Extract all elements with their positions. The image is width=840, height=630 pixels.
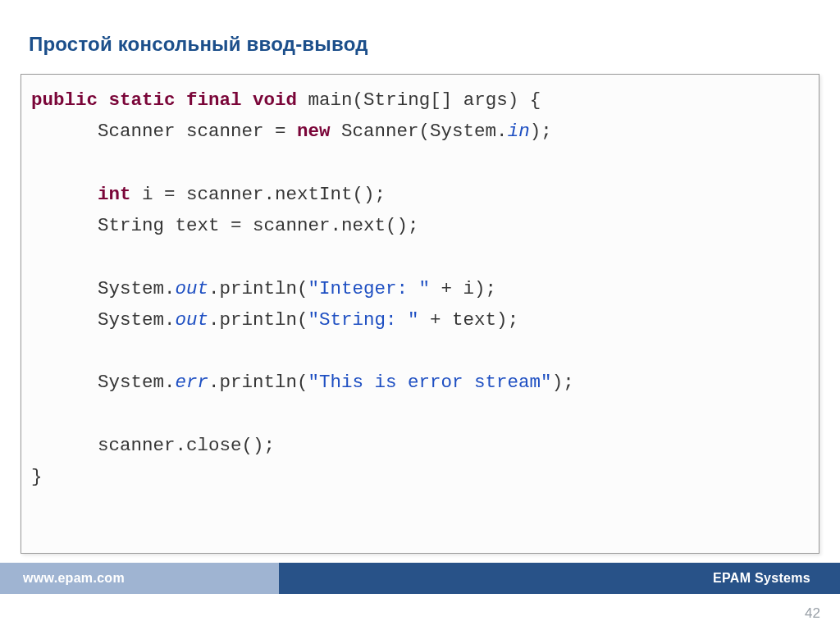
footer-url: www.epam.com <box>0 563 279 594</box>
footer-brand: EPAM Systems <box>279 563 840 594</box>
code-block: public static final void main(String[] a… <box>21 74 819 554</box>
slide: Простой консольный ввод-вывод public sta… <box>0 0 840 630</box>
page-number: 42 <box>805 605 820 622</box>
footer: www.epam.com EPAM Systems <box>0 563 840 594</box>
code-content: public static final void main(String[] a… <box>31 84 809 492</box>
slide-title: Простой консольный ввод-вывод <box>29 33 368 56</box>
